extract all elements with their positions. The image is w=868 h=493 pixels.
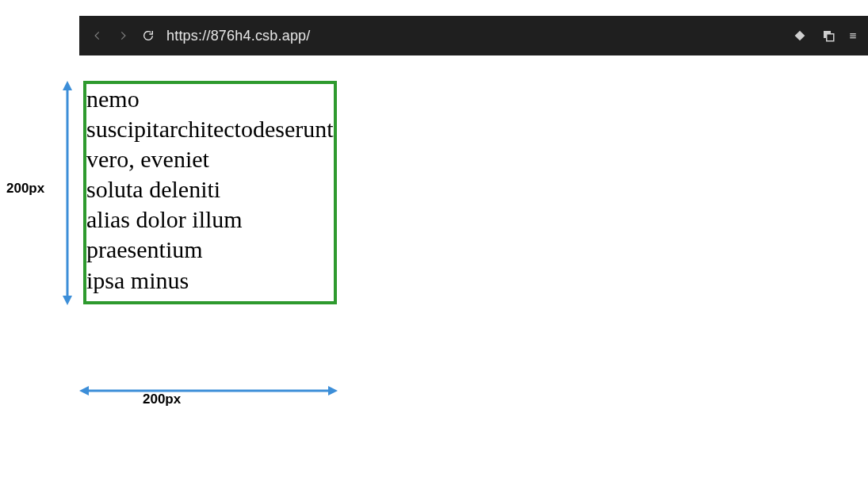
svg-rect-3 bbox=[850, 33, 856, 34]
width-arrow-icon bbox=[79, 384, 338, 397]
svg-marker-10 bbox=[79, 386, 89, 396]
windows-icon[interactable] bbox=[820, 28, 836, 44]
box-line: praesentium bbox=[86, 235, 334, 265]
box-line: soluta deleniti bbox=[86, 174, 334, 204]
height-arrow-icon bbox=[62, 81, 73, 305]
height-label: 200px bbox=[6, 181, 44, 197]
svg-rect-2 bbox=[827, 34, 834, 41]
forward-icon[interactable] bbox=[116, 29, 130, 43]
svg-marker-7 bbox=[63, 81, 72, 90]
overflow-box: nemo suscipitarchitectodeserunt vero, ev… bbox=[83, 81, 337, 304]
svg-marker-8 bbox=[63, 296, 72, 305]
box-line: nemo bbox=[86, 84, 334, 114]
svg-marker-11 bbox=[328, 386, 338, 396]
url-text[interactable]: https://876h4.csb.app/ bbox=[166, 28, 781, 44]
back-icon[interactable] bbox=[90, 29, 105, 43]
svg-rect-5 bbox=[850, 37, 856, 38]
list-icon[interactable] bbox=[849, 28, 857, 44]
svg-rect-4 bbox=[850, 36, 856, 36]
box-line: vero, eveniet bbox=[86, 144, 334, 174]
reload-icon[interactable] bbox=[141, 29, 155, 43]
box-line: ipsa minus bbox=[86, 266, 334, 296]
svg-rect-0 bbox=[795, 31, 805, 41]
diamond-icon[interactable] bbox=[792, 28, 808, 44]
box-line: suscipitarchitectodeserunt bbox=[86, 114, 334, 144]
box-line: alias dolor illum bbox=[86, 204, 334, 235]
address-bar: https://876h4.csb.app/ bbox=[79, 16, 868, 55]
